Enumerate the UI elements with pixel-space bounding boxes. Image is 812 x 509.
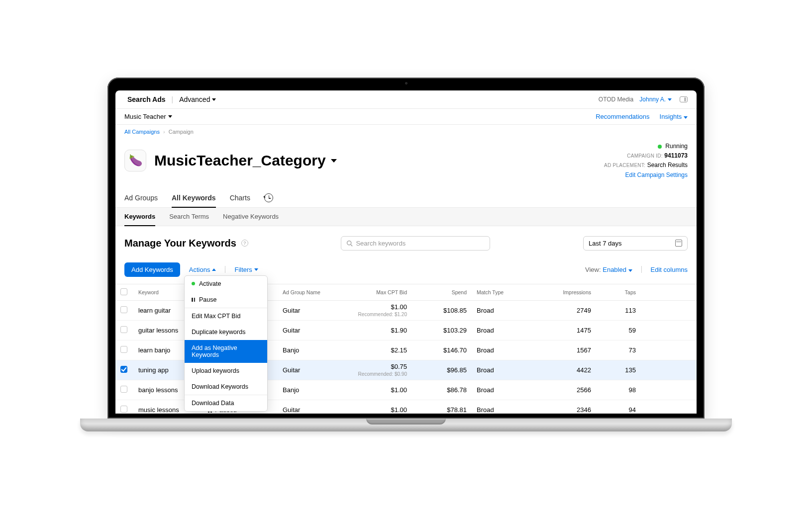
action-upload-keywords[interactable]: Upload keywords [185, 363, 267, 379]
cell-impressions: 4422 [531, 366, 596, 374]
row-checkbox[interactable] [120, 346, 127, 353]
status-badge: Running [604, 142, 688, 151]
cell-bid: $1.00 [347, 386, 412, 394]
cell-spend: $78.81 [412, 406, 472, 414]
tab-charts[interactable]: Charts [230, 189, 250, 207]
cell-match: Broad [472, 366, 531, 374]
table-toolbar: Add Keywords Actions Filters View: [115, 255, 697, 284]
chevron-down-icon [168, 115, 172, 118]
subtab-search-terms[interactable]: Search Terms [169, 208, 209, 226]
col-spend[interactable]: Spend [412, 289, 472, 295]
view-filter-dropdown[interactable]: Enabled [603, 266, 632, 273]
breadcrumb: All Campaigns › Campaign [115, 125, 697, 137]
cell-taps: 98 [596, 386, 641, 394]
cell-impressions: 1567 [531, 346, 596, 354]
edit-campaign-settings-link[interactable]: Edit Campaign Settings [625, 171, 688, 178]
project-dropdown[interactable]: Music Teacher [124, 113, 172, 120]
search-input[interactable]: Search keywords [341, 236, 490, 251]
campaign-header: 🍆 MusicTeacher_Category Running CAMPAIGN… [115, 137, 697, 189]
date-range-picker[interactable]: Last 7 days [583, 236, 688, 251]
insights-dropdown[interactable]: Insights [660, 113, 688, 120]
search-icon [346, 240, 353, 247]
col-bid[interactable]: Max CPT Bid [347, 289, 412, 295]
actions-dropdown[interactable]: Actions [189, 266, 216, 273]
row-checkbox[interactable] [120, 326, 127, 333]
chevron-up-icon [212, 268, 216, 271]
cell-adgroup: Banjo [278, 346, 347, 354]
cell-impressions: 2749 [531, 307, 596, 314]
chevron-right-icon: › [163, 129, 165, 135]
main-tabs: Ad Groups All Keywords Charts [115, 189, 697, 208]
row-checkbox[interactable] [120, 386, 127, 393]
breadcrumb-root[interactable]: All Campaigns [124, 129, 160, 135]
subtab-keywords[interactable]: Keywords [124, 208, 155, 226]
svg-point-0 [347, 241, 351, 245]
history-icon[interactable] [264, 193, 273, 202]
tab-all-keywords[interactable]: All Keywords [172, 189, 216, 208]
cell-bid: $1.90 [347, 327, 412, 334]
chevron-down-icon [212, 98, 216, 101]
cell-match: Broad [472, 346, 531, 354]
cell-taps: 135 [596, 366, 641, 374]
action-download-data[interactable]: Download Data [185, 395, 267, 411]
tab-ad-groups[interactable]: Ad Groups [124, 189, 158, 207]
select-all-checkbox[interactable] [120, 288, 127, 295]
cell-spend: $146.70 [412, 346, 472, 354]
col-impressions[interactable]: Impressions [531, 289, 596, 295]
cell-match: Broad [472, 327, 531, 334]
col-adgroup[interactable]: Ad Group Name [278, 289, 347, 295]
edit-columns-link[interactable]: Edit columns [651, 266, 688, 273]
action-add-negative-keywords[interactable]: Add as Negative Keywords [185, 340, 267, 363]
row-checkbox[interactable] [120, 366, 127, 373]
campaign-id: 9411073 [664, 152, 688, 159]
cell-spend: $86.78 [412, 386, 472, 394]
cell-spend: $108.85 [412, 307, 472, 314]
cell-bid-recommended: Recommended: $0.90 [352, 371, 407, 377]
app-icon: 🍆 [124, 150, 146, 171]
calendar-icon [675, 240, 682, 247]
cell-taps: 94 [596, 406, 641, 414]
org-label: OTOD Media [599, 96, 633, 103]
chevron-down-icon [628, 269, 632, 272]
cell-adgroup: Guitar [278, 327, 347, 334]
action-edit-max-cpt-bid[interactable]: Edit Max CPT Bid [185, 308, 267, 324]
cell-taps: 73 [596, 346, 641, 354]
breadcrumb-current: Campaign [169, 129, 194, 135]
brand-name: Search Ads [127, 95, 166, 103]
keyword-subtabs: Keywords Search Terms Negative Keywords [115, 208, 697, 226]
cell-impressions: 1475 [531, 327, 596, 334]
mode-dropdown[interactable]: Advanced [179, 95, 216, 103]
cell-bid: $2.15 [347, 346, 412, 354]
col-taps[interactable]: Taps [596, 289, 641, 295]
cell-bid: $0.75Recommended: $0.90 [347, 363, 412, 377]
col-match[interactable]: Match Type [472, 289, 531, 295]
filters-dropdown[interactable]: Filters [234, 266, 258, 273]
cell-bid-recommended: Recommended: $1.20 [352, 312, 407, 317]
app-window: Search Ads | Advanced OTOD Media Johnny … [115, 90, 697, 414]
cell-adgroup: Guitar [278, 406, 347, 414]
cell-match: Broad [472, 307, 531, 314]
row-checkbox[interactable] [120, 406, 127, 413]
cell-taps: 59 [596, 327, 641, 334]
user-menu[interactable]: Johnny A. [639, 96, 672, 103]
subtab-negative-keywords[interactable]: Negative Keywords [223, 208, 279, 226]
row-checkbox[interactable] [120, 306, 127, 313]
cell-bid: $1.00 [347, 406, 412, 414]
add-keywords-button[interactable]: Add Keywords [124, 262, 180, 277]
action-pause[interactable]: Pause [185, 292, 267, 308]
cell-match: Broad [472, 406, 531, 414]
campaign-title-dropdown[interactable]: MusicTeacher_Category [154, 152, 337, 169]
pause-icon [192, 298, 195, 302]
cell-bid: $1.00Recommended: $1.20 [347, 303, 412, 317]
panel-toggle-icon[interactable] [680, 96, 688, 102]
chevron-down-icon [254, 268, 258, 271]
recommendations-link[interactable]: Recommendations [596, 113, 649, 120]
section-title: Manage Your Keywords [124, 238, 236, 249]
action-activate[interactable]: Activate [185, 276, 267, 292]
help-icon[interactable]: ? [241, 240, 248, 247]
chevron-down-icon [668, 98, 672, 101]
section-controls: Manage Your Keywords ? Search keywords L… [115, 226, 697, 255]
action-duplicate-keywords[interactable]: Duplicate keywords [185, 324, 267, 340]
cell-adgroup: Guitar [278, 366, 347, 374]
action-download-keywords[interactable]: Download Keywords [185, 379, 267, 395]
